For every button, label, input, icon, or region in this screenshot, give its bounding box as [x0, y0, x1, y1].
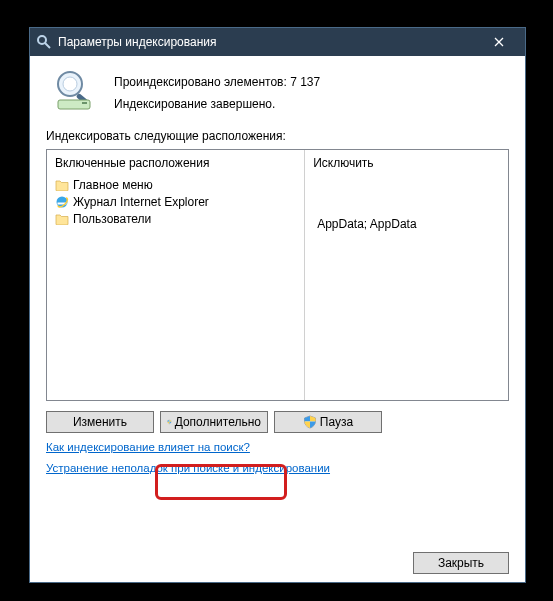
advanced-button-label: Дополнительно: [175, 415, 261, 429]
exclude-cell: [309, 195, 504, 214]
list-item[interactable]: Главное меню: [51, 176, 300, 193]
close-dialog-button[interactable]: Закрыть: [413, 552, 509, 574]
svg-point-0: [38, 36, 46, 44]
close-button[interactable]: [479, 28, 519, 56]
close-button-label: Закрыть: [438, 556, 484, 570]
button-row: Изменить Дополнительно: [46, 411, 509, 433]
internet-explorer-icon: [55, 195, 69, 209]
list-item[interactable]: Пользователи: [51, 210, 300, 227]
exclude-cell: AppData; AppData: [309, 214, 504, 233]
pause-button[interactable]: Пауза: [274, 411, 382, 433]
svg-point-5: [63, 77, 77, 91]
link-troubleshoot-search-indexing[interactable]: Устранение неполадок при поиске и индекс…: [46, 462, 330, 474]
indexed-count: Проиндексировано элементов: 7 137: [114, 72, 320, 94]
section-label: Индексировать следующие расположения:: [46, 129, 509, 143]
link-how-indexing-affects-search[interactable]: Как индексирование влияет на поиск?: [46, 441, 250, 453]
svg-line-1: [45, 43, 50, 48]
pause-button-label: Пауза: [320, 415, 353, 429]
shield-icon: [167, 415, 172, 429]
column-excluded: Исключить AppData; AppData: [305, 150, 508, 400]
titlebar: Параметры индексирования: [30, 28, 525, 56]
client-area: Проиндексировано элементов: 7 137 Индекс…: [30, 56, 525, 485]
indexing-options-icon: [36, 34, 52, 50]
column-header-included: Включенные расположения: [47, 150, 304, 174]
folder-icon: [55, 213, 69, 225]
folder-icon: [55, 179, 69, 191]
status-text: Проиндексировано элементов: 7 137 Индекс…: [114, 68, 320, 115]
list-item-label: Пользователи: [73, 212, 151, 226]
status-row: Проиндексировано элементов: 7 137 Индекс…: [46, 68, 509, 115]
footer: Закрыть: [413, 552, 509, 574]
list-item-label: Журнал Internet Explorer: [73, 195, 209, 209]
advanced-button[interactable]: Дополнительно: [160, 411, 268, 433]
svg-rect-7: [58, 100, 90, 109]
list-item[interactable]: Журнал Internet Explorer: [51, 193, 300, 210]
indexing-options-window: Параметры индексирования Проиндексирован…: [29, 27, 526, 583]
list-item-label: Главное меню: [73, 178, 153, 192]
shield-icon: [303, 415, 317, 429]
close-icon: [494, 37, 504, 47]
locations-list[interactable]: Включенные расположения Главное меню Жур…: [46, 149, 509, 401]
exclude-cell: [309, 176, 504, 195]
column-included: Включенные расположения Главное меню Жур…: [47, 150, 305, 400]
svg-rect-8: [82, 102, 87, 104]
modify-button-label: Изменить: [73, 415, 127, 429]
indexing-state: Индексирование завершено.: [114, 94, 320, 116]
window-title: Параметры индексирования: [58, 35, 479, 49]
column-header-excluded: Исключить: [305, 150, 508, 174]
modify-button[interactable]: Изменить: [46, 411, 154, 433]
magnifier-drive-icon: [52, 68, 100, 112]
